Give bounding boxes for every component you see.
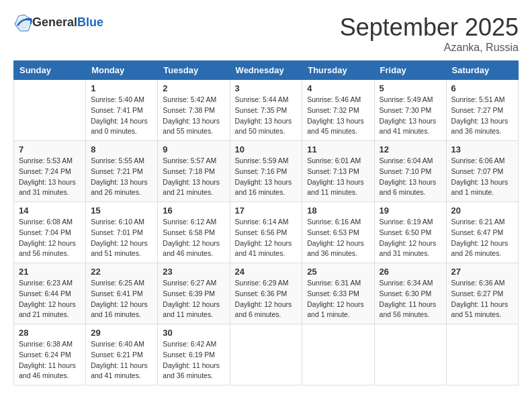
- day-number: 12: [380, 144, 441, 154]
- day-info: Sunrise: 5:49 AMSunset: 7:30 PMDaylight:…: [380, 95, 441, 137]
- day-info: Sunrise: 5:42 AMSunset: 7:38 PMDaylight:…: [163, 95, 224, 137]
- calendar-cell: 12Sunrise: 6:04 AMSunset: 7:10 PMDayligh…: [374, 141, 446, 202]
- calendar-cell: 22Sunrise: 6:25 AMSunset: 6:41 PMDayligh…: [86, 263, 158, 324]
- logo-blue-text: Blue: [77, 16, 103, 30]
- calendar-cell: 26Sunrise: 6:34 AMSunset: 6:30 PMDayligh…: [374, 263, 446, 324]
- day-number: 15: [91, 205, 152, 216]
- day-number: 4: [307, 83, 369, 93]
- day-info: Sunrise: 6:29 AMSunset: 6:36 PMDaylight:…: [235, 278, 298, 320]
- day-number: 22: [91, 267, 152, 277]
- day-info: Sunrise: 6:14 AMSunset: 6:56 PMDaylight:…: [235, 217, 298, 259]
- day-info: Sunrise: 6:06 AMSunset: 7:07 PMDaylight:…: [451, 156, 513, 198]
- day-info: Sunrise: 6:08 AMSunset: 7:04 PMDaylight:…: [19, 217, 81, 259]
- day-info: Sunrise: 5:40 AMSunset: 7:41 PMDaylight:…: [91, 95, 152, 137]
- calendar-cell: 6Sunrise: 5:51 AMSunset: 7:27 PMDaylight…: [446, 80, 518, 141]
- day-info: Sunrise: 6:10 AMSunset: 7:01 PMDaylight:…: [91, 217, 152, 259]
- week-row-3: 14Sunrise: 6:08 AMSunset: 7:04 PMDayligh…: [14, 202, 519, 263]
- day-info: Sunrise: 5:53 AMSunset: 7:24 PMDaylight:…: [19, 156, 81, 198]
- weekday-header-friday: Friday: [374, 61, 446, 80]
- day-number: 3: [235, 83, 298, 93]
- day-number: 14: [19, 205, 81, 216]
- calendar-cell: 11Sunrise: 6:01 AMSunset: 7:13 PMDayligh…: [302, 141, 374, 202]
- week-row-4: 21Sunrise: 6:23 AMSunset: 6:44 PMDayligh…: [14, 263, 519, 324]
- calendar-cell: 3Sunrise: 5:44 AMSunset: 7:35 PMDaylight…: [230, 80, 302, 141]
- calendar-cell: 19Sunrise: 6:19 AMSunset: 6:50 PMDayligh…: [374, 202, 446, 263]
- day-info: Sunrise: 6:21 AMSunset: 6:47 PMDaylight:…: [451, 217, 513, 259]
- day-number: 7: [19, 144, 81, 154]
- day-info: Sunrise: 6:36 AMSunset: 6:27 PMDaylight:…: [451, 278, 513, 320]
- day-number: 24: [235, 267, 298, 277]
- calendar-table: SundayMondayTuesdayWednesdayThursdayFrid…: [13, 60, 519, 385]
- day-info: Sunrise: 6:34 AMSunset: 6:30 PMDaylight:…: [380, 278, 441, 320]
- page-header: General Blue September 2025 Azanka, Russ…: [13, 13, 519, 54]
- day-number: 18: [307, 205, 369, 216]
- day-info: Sunrise: 5:51 AMSunset: 7:27 PMDaylight:…: [451, 95, 513, 137]
- calendar-cell: 24Sunrise: 6:29 AMSunset: 6:36 PMDayligh…: [230, 263, 302, 324]
- month-title: September 2025: [340, 13, 519, 42]
- weekday-header-tuesday: Tuesday: [158, 61, 230, 80]
- logo-general-text: General: [32, 16, 77, 30]
- day-info: Sunrise: 6:04 AMSunset: 7:10 PMDaylight:…: [380, 156, 441, 198]
- day-number: 5: [380, 83, 441, 93]
- calendar-cell: 10Sunrise: 5:59 AMSunset: 7:16 PMDayligh…: [230, 141, 302, 202]
- calendar-cell: 30Sunrise: 6:42 AMSunset: 6:19 PMDayligh…: [158, 324, 230, 385]
- day-number: 19: [380, 205, 441, 216]
- title-block: September 2025 Azanka, Russia: [340, 13, 519, 54]
- day-info: Sunrise: 5:44 AMSunset: 7:35 PMDaylight:…: [235, 95, 298, 137]
- day-number: 1: [91, 83, 152, 93]
- day-number: 20: [451, 205, 513, 216]
- day-number: 27: [451, 267, 513, 277]
- calendar-cell: 5Sunrise: 5:49 AMSunset: 7:30 PMDaylight…: [374, 80, 446, 141]
- calendar-cell: 1Sunrise: 5:40 AMSunset: 7:41 PMDaylight…: [86, 80, 158, 141]
- day-info: Sunrise: 6:23 AMSunset: 6:44 PMDaylight:…: [19, 278, 81, 320]
- calendar-cell: 9Sunrise: 5:57 AMSunset: 7:18 PMDaylight…: [158, 141, 230, 202]
- calendar-cell: [230, 324, 302, 385]
- day-number: 21: [19, 267, 81, 277]
- day-number: 9: [163, 144, 224, 154]
- weekday-header-wednesday: Wednesday: [230, 61, 302, 80]
- day-info: Sunrise: 5:55 AMSunset: 7:21 PMDaylight:…: [91, 156, 152, 198]
- day-info: Sunrise: 6:01 AMSunset: 7:13 PMDaylight:…: [307, 156, 369, 198]
- calendar-cell: 21Sunrise: 6:23 AMSunset: 6:44 PMDayligh…: [14, 263, 86, 324]
- day-number: 8: [91, 144, 152, 154]
- calendar-cell: [14, 80, 86, 141]
- day-info: Sunrise: 6:38 AMSunset: 6:24 PMDaylight:…: [19, 339, 81, 381]
- weekday-header-thursday: Thursday: [302, 61, 374, 80]
- calendar-cell: 29Sunrise: 6:40 AMSunset: 6:21 PMDayligh…: [86, 324, 158, 385]
- day-number: 28: [19, 328, 81, 338]
- weekday-header-sunday: Sunday: [14, 61, 86, 80]
- day-info: Sunrise: 6:12 AMSunset: 6:58 PMDaylight:…: [163, 217, 224, 259]
- calendar-cell: 28Sunrise: 6:38 AMSunset: 6:24 PMDayligh…: [14, 324, 86, 385]
- day-info: Sunrise: 6:27 AMSunset: 6:39 PMDaylight:…: [163, 278, 224, 320]
- calendar-cell: [302, 324, 374, 385]
- week-row-1: 1Sunrise: 5:40 AMSunset: 7:41 PMDaylight…: [14, 80, 519, 141]
- day-info: Sunrise: 5:59 AMSunset: 7:16 PMDaylight:…: [235, 156, 298, 198]
- day-number: 23: [163, 267, 224, 277]
- day-number: 11: [307, 144, 369, 154]
- calendar-cell: 2Sunrise: 5:42 AMSunset: 7:38 PMDaylight…: [158, 80, 230, 141]
- day-info: Sunrise: 6:31 AMSunset: 6:33 PMDaylight:…: [307, 278, 369, 320]
- calendar-cell: 20Sunrise: 6:21 AMSunset: 6:47 PMDayligh…: [446, 202, 518, 263]
- calendar-cell: 16Sunrise: 6:12 AMSunset: 6:58 PMDayligh…: [158, 202, 230, 263]
- calendar-cell: 14Sunrise: 6:08 AMSunset: 7:04 PMDayligh…: [14, 202, 86, 263]
- day-info: Sunrise: 6:40 AMSunset: 6:21 PMDaylight:…: [91, 339, 152, 381]
- day-number: 2: [163, 83, 224, 93]
- day-number: 13: [451, 144, 513, 154]
- calendar-cell: 27Sunrise: 6:36 AMSunset: 6:27 PMDayligh…: [446, 263, 518, 324]
- calendar-cell: 13Sunrise: 6:06 AMSunset: 7:07 PMDayligh…: [446, 141, 518, 202]
- calendar-cell: 25Sunrise: 6:31 AMSunset: 6:33 PMDayligh…: [302, 263, 374, 324]
- calendar-cell: 17Sunrise: 6:14 AMSunset: 6:56 PMDayligh…: [230, 202, 302, 263]
- logo: General Blue: [13, 13, 103, 32]
- day-number: 25: [307, 267, 369, 277]
- week-row-5: 28Sunrise: 6:38 AMSunset: 6:24 PMDayligh…: [14, 324, 519, 385]
- day-info: Sunrise: 6:16 AMSunset: 6:53 PMDaylight:…: [307, 217, 369, 259]
- day-number: 17: [235, 205, 298, 216]
- weekday-header-row: SundayMondayTuesdayWednesdayThursdayFrid…: [14, 61, 519, 80]
- day-info: Sunrise: 6:19 AMSunset: 6:50 PMDaylight:…: [380, 217, 441, 259]
- day-number: 6: [451, 83, 513, 93]
- weekday-header-monday: Monday: [86, 61, 158, 80]
- calendar-cell: 4Sunrise: 5:46 AMSunset: 7:32 PMDaylight…: [302, 80, 374, 141]
- calendar-cell: 23Sunrise: 6:27 AMSunset: 6:39 PMDayligh…: [158, 263, 230, 324]
- calendar-cell: 7Sunrise: 5:53 AMSunset: 7:24 PMDaylight…: [14, 141, 86, 202]
- week-row-2: 7Sunrise: 5:53 AMSunset: 7:24 PMDaylight…: [14, 141, 519, 202]
